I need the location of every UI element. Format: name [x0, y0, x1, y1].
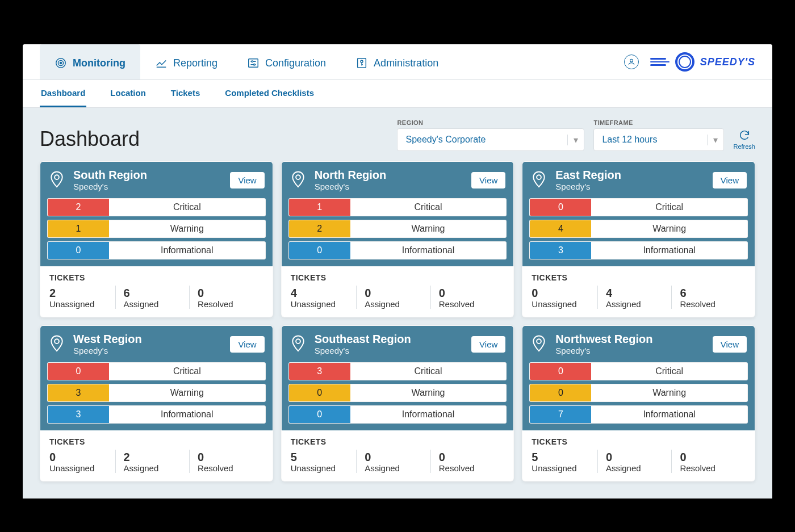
tickets-unassigned: 4 Unassigned: [291, 286, 357, 309]
status-row-critical[interactable]: 3 Critical: [288, 362, 507, 380]
view-button[interactable]: View: [471, 336, 505, 353]
status-row-warning[interactable]: 0 Warning: [288, 384, 507, 402]
tickets-row: 5 Unassigned 0 Assigned 0 Resolved: [532, 450, 746, 473]
unassigned-label: Unassigned: [49, 299, 115, 309]
target-icon: [55, 57, 67, 69]
status-row-warning[interactable]: 0 Warning: [529, 384, 748, 402]
view-button[interactable]: View: [713, 336, 747, 353]
view-button[interactable]: View: [471, 172, 505, 188]
status-row-informational[interactable]: 0 Informational: [288, 405, 507, 424]
view-button[interactable]: View: [230, 336, 264, 353]
critical-label: Critical: [109, 363, 265, 380]
refresh-button[interactable]: Refresh: [733, 129, 755, 151]
assigned-label: Assigned: [365, 463, 430, 473]
status-row-warning[interactable]: 3 Warning: [47, 384, 266, 402]
tab-label: Reporting: [173, 57, 217, 69]
app-shell: Monitoring Reporting Configuration Admin…: [23, 44, 772, 499]
tab-administration[interactable]: Administration: [341, 44, 453, 79]
resolved-count: 0: [198, 451, 263, 463]
warning-label: Warning: [591, 220, 747, 237]
status-row-critical[interactable]: 1 Critical: [288, 198, 507, 216]
status-row-informational[interactable]: 3 Informational: [529, 241, 748, 259]
status-row-informational[interactable]: 0 Informational: [288, 241, 507, 259]
region-card: Southeast Region Speedy's View 3 Critica…: [281, 325, 514, 481]
resolved-label: Resolved: [198, 299, 263, 309]
assigned-count: 4: [606, 287, 672, 299]
region-card: East Region Speedy's View 0 Critical 4 W…: [522, 161, 755, 317]
warning-label: Warning: [109, 220, 265, 237]
speed-lines-icon: [650, 58, 670, 66]
tickets-block: TICKETS 5 Unassigned 0 Assigned 0 Resolv…: [522, 430, 755, 481]
status-row-informational[interactable]: 0 Informational: [47, 241, 266, 259]
subtab-completed-checklists[interactable]: Completed Checklists: [224, 80, 315, 107]
tab-configuration[interactable]: Configuration: [232, 44, 341, 79]
region-select-value: Speedy's Corporate: [405, 135, 486, 145]
tab-monitoring[interactable]: Monitoring: [40, 44, 140, 79]
svg-point-13: [55, 175, 59, 179]
assigned-count: 2: [124, 451, 190, 463]
subtab-label: Dashboard: [41, 88, 85, 98]
tickets-heading: TICKETS: [49, 273, 263, 282]
info-label: Informational: [350, 242, 507, 259]
sliders-icon: [247, 57, 260, 69]
tickets-unassigned: 5 Unassigned: [532, 450, 597, 473]
assigned-count: 6: [124, 287, 190, 299]
map-pin-icon: [290, 170, 307, 190]
warning-label: Warning: [350, 220, 507, 237]
tickets-unassigned: 5 Unassigned: [291, 450, 357, 473]
critical-count: 0: [48, 363, 109, 380]
timeframe-select-value: Last 12 hours: [602, 135, 657, 145]
ball-icon: [675, 52, 694, 72]
secondary-navbar: Dashboard Location Tickets Completed Che…: [23, 80, 772, 108]
region-card: North Region Speedy's View 1 Critical 2 …: [281, 161, 514, 317]
view-button[interactable]: View: [230, 172, 264, 188]
status-row-critical[interactable]: 0 Critical: [47, 362, 266, 380]
tab-label: Administration: [374, 57, 438, 69]
info-count: 0: [48, 242, 109, 259]
subtab-label: Location: [110, 88, 146, 98]
status-block: 0 Critical 0 Warning 7 Informational: [522, 362, 755, 430]
status-row-warning[interactable]: 4 Warning: [529, 220, 748, 238]
refresh-label: Refresh: [733, 143, 755, 150]
subtab-location[interactable]: Location: [109, 80, 147, 107]
view-button[interactable]: View: [713, 172, 747, 188]
svg-point-9: [361, 60, 363, 62]
region-card-header: Southeast Region Speedy's View: [282, 326, 514, 362]
status-row-informational[interactable]: 7 Informational: [529, 405, 748, 424]
map-pin-icon: [530, 170, 547, 190]
region-card-header: South Region Speedy's View: [40, 162, 273, 198]
status-row-informational[interactable]: 3 Informational: [47, 405, 266, 424]
tab-reporting[interactable]: Reporting: [140, 44, 232, 79]
timeframe-select[interactable]: Last 12 hours ▾: [593, 128, 724, 151]
tickets-assigned: 4 Assigned: [597, 286, 672, 309]
status-block: 0 Critical 3 Warning 3 Informational: [40, 362, 273, 430]
assigned-count: 0: [606, 451, 672, 463]
tickets-assigned: 0 Assigned: [597, 450, 672, 473]
status-row-critical[interactable]: 0 Critical: [529, 198, 748, 216]
region-card-header: West Region Speedy's View: [40, 326, 273, 362]
user-avatar-button[interactable]: [624, 55, 639, 69]
region-card: Northwest Region Speedy's View 0 Critica…: [522, 325, 755, 481]
info-label: Informational: [591, 242, 747, 259]
status-row-warning[interactable]: 1 Warning: [47, 220, 266, 238]
subtab-tickets[interactable]: Tickets: [170, 80, 201, 107]
tickets-assigned: 6 Assigned: [115, 286, 190, 309]
tab-label: Monitoring: [73, 57, 125, 69]
status-row-critical[interactable]: 0 Critical: [529, 362, 748, 380]
tickets-heading: TICKETS: [532, 437, 746, 446]
unassigned-count: 0: [532, 287, 597, 299]
region-select[interactable]: Speedy's Corporate ▾: [397, 128, 584, 151]
tickets-resolved: 6 Resolved: [671, 286, 746, 309]
status-block: 0 Critical 4 Warning 3 Informational: [522, 198, 755, 266]
critical-label: Critical: [591, 199, 747, 216]
region-filter: REGION Speedy's Corporate ▾: [397, 119, 584, 151]
subtab-dashboard[interactable]: Dashboard: [40, 80, 86, 107]
critical-label: Critical: [109, 199, 265, 216]
tickets-heading: TICKETS: [49, 437, 263, 446]
status-row-warning[interactable]: 2 Warning: [288, 220, 507, 238]
status-row-critical[interactable]: 2 Critical: [47, 198, 266, 216]
resolved-count: 0: [439, 287, 505, 299]
map-pin-icon: [48, 334, 65, 354]
region-name: South Region: [73, 169, 222, 182]
page-title: Dashboard: [40, 127, 140, 151]
